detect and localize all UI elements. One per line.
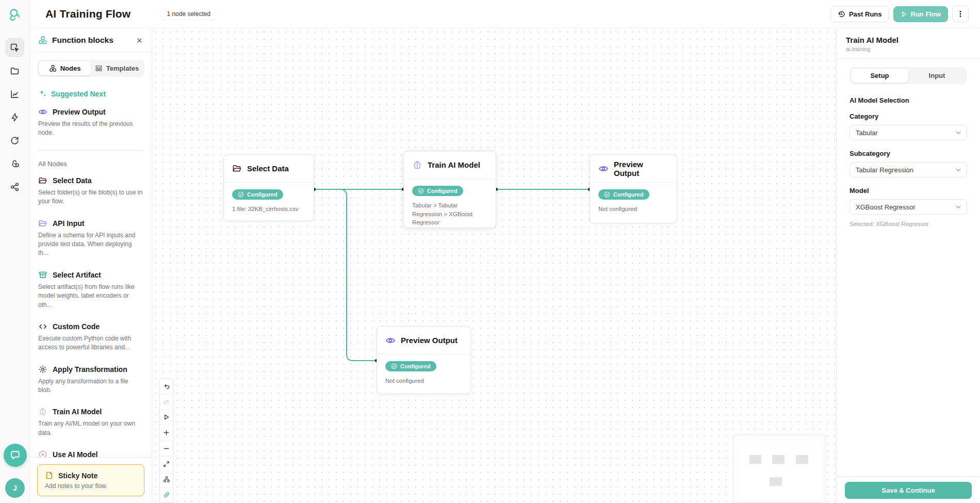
palette-item-desc: Apply any transformation to a file blob. xyxy=(38,377,143,395)
model-select[interactable]: XGBoost Regressor xyxy=(850,199,967,215)
node-title: Preview Output xyxy=(614,160,668,177)
tab-setup[interactable]: Setup xyxy=(851,69,908,83)
palette-item-desc: Select folder(s) or file blob(s) to use … xyxy=(38,188,143,206)
subcategory-select[interactable]: Tabular Regression xyxy=(850,162,967,177)
selected-model-helper: Selected: XGBoost Regressor xyxy=(850,221,967,227)
all-nodes-label: All Nodes xyxy=(38,160,143,168)
inspector-title: Train AI Model xyxy=(846,36,971,44)
chat-bubble-icon[interactable] xyxy=(4,444,27,467)
webhook-icon[interactable] xyxy=(6,154,24,173)
node-header: Preview Output xyxy=(590,155,677,183)
node-title: Select Data xyxy=(247,164,289,173)
flow-node-train-ai-model[interactable]: Train AI Model Configured Tabular > Tabu… xyxy=(403,151,496,228)
app-logo-icon[interactable] xyxy=(6,6,24,24)
palette-item-desc: Preview the results of the previous node… xyxy=(38,120,143,138)
zap-icon[interactable] xyxy=(6,108,24,126)
templates-icon xyxy=(95,64,103,72)
refresh-icon[interactable] xyxy=(6,131,24,150)
fit-view-icon[interactable] xyxy=(160,457,173,472)
node-detail: Not configured xyxy=(385,377,462,385)
eye-icon xyxy=(38,107,47,117)
eye-icon xyxy=(385,335,396,346)
function-blocks-panel: Function blocks Nodes Templates xyxy=(30,28,152,503)
flow-canvas[interactable] xyxy=(152,28,836,503)
blocks-icon xyxy=(38,36,47,45)
past-runs-button[interactable]: Past Runs xyxy=(830,6,889,22)
palette-item-sticky-note[interactable]: Sticky Note Add notes to your flow. xyxy=(37,464,144,496)
share-icon[interactable] xyxy=(6,177,24,196)
minimap-node xyxy=(772,455,785,464)
selection-status-badge: 1 node selected xyxy=(161,8,216,20)
line-chart-icon[interactable] xyxy=(6,85,24,103)
history-icon xyxy=(838,10,845,18)
flow-node-preview-output-2[interactable]: Preview Output Configured Not configured xyxy=(377,326,471,394)
link-icon[interactable] xyxy=(160,488,173,502)
divider xyxy=(38,150,143,151)
node-inspector: Train AI Model ai.training Setup Input A… xyxy=(836,28,980,503)
inspector-tabs: Setup Input xyxy=(850,67,967,84)
node-title: Train AI Model xyxy=(428,160,480,169)
chevron-down-icon xyxy=(956,205,961,209)
panel-header: Function blocks xyxy=(30,28,152,53)
undo-icon[interactable] xyxy=(160,379,173,394)
folder-open-icon xyxy=(38,176,47,185)
palette-item-preview-output[interactable]: Preview Output Preview the results of th… xyxy=(38,107,143,138)
node-detail: 1 file: 32KB_cirrhosis.csv xyxy=(232,205,305,214)
user-avatar[interactable]: J xyxy=(5,478,25,498)
kebab-icon xyxy=(957,10,964,18)
inspector-subtitle: ai.training xyxy=(846,46,971,52)
topbar: AI Training Flow 1 node selected Past Ru… xyxy=(30,0,980,28)
close-icon[interactable] xyxy=(136,37,143,44)
run-flow-button[interactable]: Run Flow xyxy=(893,6,949,22)
folder-icon[interactable] xyxy=(6,61,24,80)
tab-templates[interactable]: Templates xyxy=(91,61,143,75)
play-icon[interactable] xyxy=(160,410,173,425)
chevron-down-icon xyxy=(956,131,961,135)
auto-layout-icon[interactable] xyxy=(160,472,173,488)
subcategory-label: Subcategory xyxy=(850,150,967,157)
node-header: Preview Output xyxy=(377,327,470,354)
palette-item-train-ai-model[interactable]: Train AI Model Train any AI/ML model on … xyxy=(38,407,143,437)
blocks-icon xyxy=(49,64,57,72)
flow-node-preview-output-1[interactable]: Preview Output Configured Not configured xyxy=(590,154,677,223)
redo-icon[interactable] xyxy=(160,394,173,410)
eye-icon xyxy=(598,164,609,174)
node-header: Train AI Model xyxy=(404,151,496,179)
more-options-button[interactable] xyxy=(952,6,969,22)
left-rail: J xyxy=(0,0,30,503)
zoom-in-icon[interactable] xyxy=(160,425,173,441)
palette-item-select-artifact[interactable]: Select Artifact Select artifact(s) from … xyxy=(38,270,143,310)
minimap-node xyxy=(796,455,808,464)
minimap-viewport xyxy=(737,439,822,500)
node-detail: Not configured xyxy=(598,205,668,214)
play-icon xyxy=(901,11,907,18)
sparkles-icon xyxy=(38,89,47,98)
zoom-out-icon[interactable] xyxy=(160,441,173,457)
tab-nodes[interactable]: Nodes xyxy=(39,61,91,75)
select-tool-icon[interactable] xyxy=(6,38,24,57)
palette-item-desc: Select artifact(s) from flow runs like m… xyxy=(38,283,143,310)
minimap-node xyxy=(770,477,782,486)
category-select[interactable]: Tabular xyxy=(850,125,967,140)
palette-item-apply-transformation[interactable]: Apply Transformation Apply any transform… xyxy=(38,365,143,395)
palette-item-custom-code[interactable]: Custom Code Execute custom Python code w… xyxy=(38,322,143,352)
folder-open-icon xyxy=(232,164,242,173)
tab-input[interactable]: Input xyxy=(908,69,966,83)
chevron-down-icon xyxy=(956,168,961,172)
palette-item-api-input[interactable]: API Input Define a schema for API inputs… xyxy=(38,219,143,258)
model-label: Model xyxy=(850,187,967,194)
panel-footer: Sticky Note Add notes to your flow. xyxy=(30,457,152,503)
topbar-actions: Past Runs Run Flow xyxy=(830,6,969,22)
sticky-note-desc: Add notes to your flow. xyxy=(45,482,137,490)
status-badge: Configured xyxy=(385,361,436,371)
app-root: Select Data Configured 1 file: 32KB_cirr… xyxy=(0,0,980,503)
flow-node-select-data[interactable]: Select Data Configured 1 file: 32KB_cirr… xyxy=(223,154,314,221)
save-continue-button[interactable]: Save & Continue xyxy=(845,482,972,499)
palette-item-select-data[interactable]: Select Data Select folder(s) or file blo… xyxy=(38,176,143,206)
node-header: Select Data xyxy=(224,155,314,183)
code-icon xyxy=(38,322,47,331)
canvas-toolbar xyxy=(159,378,173,503)
minimap[interactable] xyxy=(733,434,825,503)
node-body: Configured Not configured xyxy=(377,354,470,392)
palette-item-desc: Train any AI/ML model on your own data. xyxy=(38,419,143,437)
